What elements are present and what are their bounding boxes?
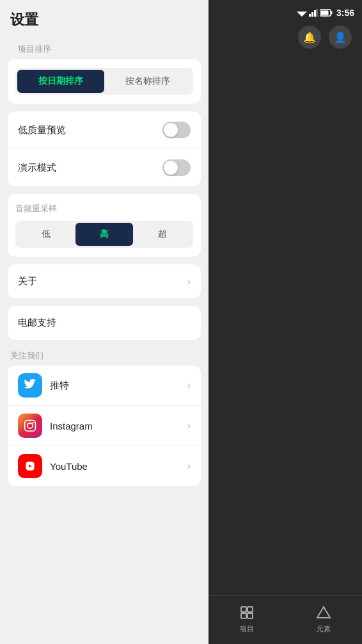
right-panel: 3:56 🔔 👤 项目 元素: [209, 0, 362, 644]
instagram-icon: [18, 414, 42, 438]
bottom-nav: 项目 元素: [209, 595, 362, 644]
svg-rect-9: [331, 12, 332, 15]
youtube-label: YouTube: [50, 461, 88, 472]
wifi-icon: [297, 9, 307, 17]
svg-marker-3: [297, 12, 307, 17]
projects-icon: [238, 604, 256, 622]
follow-section-label: 关注我们: [8, 348, 201, 366]
projects-label: 项目: [240, 624, 254, 634]
battery-icon: [320, 9, 333, 17]
status-time: 3:56: [336, 8, 354, 18]
youtube-row[interactable]: YouTube ›: [8, 446, 201, 486]
svg-rect-0: [25, 421, 36, 431]
svg-rect-6: [314, 10, 316, 17]
youtube-left: YouTube: [18, 454, 88, 478]
instagram-chevron-icon: ›: [187, 420, 191, 431]
nav-projects[interactable]: 项目: [238, 604, 256, 634]
settings-panel: 设置 项目排序 按日期排序 按名称排序 低质量预览 演示模式 音频重采样: [0, 0, 209, 644]
about-label: 关于: [18, 275, 37, 287]
twitter-icon: [18, 373, 42, 398]
twitter-label: 推特: [50, 380, 69, 392]
svg-rect-5: [311, 12, 313, 17]
svg-marker-15: [317, 607, 330, 618]
instagram-label: Instagram: [50, 421, 93, 431]
svg-rect-14: [248, 613, 253, 618]
svg-rect-4: [309, 14, 311, 17]
svg-point-1: [28, 423, 33, 428]
about-row[interactable]: 关于 ›: [8, 264, 201, 298]
toggle-knob: [164, 123, 178, 137]
follow-card: 推特 › Instagram ›: [8, 366, 201, 486]
notification-icon[interactable]: 🔔: [298, 26, 321, 49]
low-quality-toggle[interactable]: [162, 122, 191, 138]
demo-mode-row: 演示模式: [8, 149, 201, 186]
sort-buttons-group: 按日期排序 按名称排序: [15, 68, 193, 95]
twitter-left: 推特: [18, 373, 69, 398]
instagram-left: Instagram: [18, 414, 93, 438]
youtube-icon: [18, 454, 42, 478]
youtube-chevron-icon: ›: [187, 460, 191, 472]
toggle-card: 低质量预览 演示模式: [8, 111, 201, 186]
svg-rect-12: [248, 607, 253, 612]
sort-by-date-button[interactable]: 按日期排序: [17, 70, 104, 93]
sort-by-name-button[interactable]: 按名称排序: [104, 70, 191, 93]
elements-label: 元素: [317, 624, 331, 634]
audio-low-button[interactable]: 低: [17, 223, 75, 246]
nav-card: 关于 ›: [8, 264, 201, 298]
toggle-knob-2: [164, 161, 178, 175]
right-header: 🔔 👤: [209, 20, 362, 49]
low-quality-row: 低质量预览: [8, 111, 201, 149]
profile-icon[interactable]: 👤: [329, 26, 352, 49]
twitter-row[interactable]: 推特 ›: [8, 366, 201, 406]
audio-buttons-group: 低 高 超: [15, 221, 193, 248]
email-card: 电邮支持: [8, 306, 201, 340]
audio-section-label: 音频重采样: [15, 203, 193, 214]
email-support-label: 电邮支持: [18, 317, 56, 329]
svg-rect-13: [241, 613, 246, 618]
audio-card: 音频重采样 低 高 超: [8, 194, 201, 257]
sort-section-label: 项目排序: [8, 37, 201, 59]
instagram-row[interactable]: Instagram ›: [8, 406, 201, 446]
sort-section: 项目排序 按日期排序 按名称排序: [8, 37, 201, 104]
svg-rect-7: [316, 9, 318, 17]
nav-elements[interactable]: 元素: [315, 604, 333, 634]
elements-icon: [315, 604, 333, 622]
audio-high-button[interactable]: 高: [75, 223, 134, 246]
svg-rect-10: [320, 11, 328, 15]
twitter-chevron-icon: ›: [187, 380, 191, 391]
svg-rect-11: [241, 607, 246, 612]
follow-section: 关注我们 推特 ›: [8, 348, 201, 486]
about-chevron-icon: ›: [187, 276, 191, 287]
low-quality-label: 低质量预览: [18, 124, 66, 136]
svg-point-2: [32, 422, 34, 424]
page-title: 设置: [0, 0, 209, 37]
demo-mode-label: 演示模式: [18, 162, 56, 174]
signal-icon: [309, 9, 318, 17]
status-icons: [297, 9, 333, 17]
email-support-row[interactable]: 电邮支持: [8, 306, 201, 340]
status-bar: 3:56: [209, 5, 362, 20]
audio-ultra-button[interactable]: 超: [133, 223, 191, 246]
demo-mode-toggle[interactable]: [162, 159, 191, 176]
